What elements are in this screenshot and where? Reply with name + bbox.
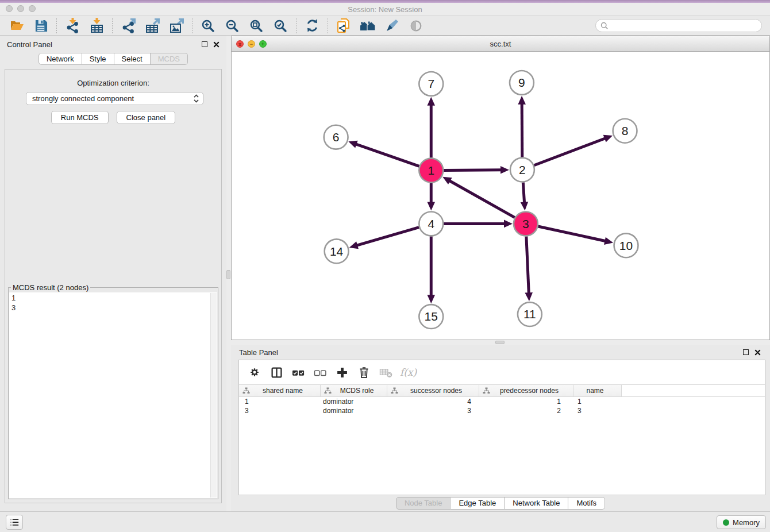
clone-network-icon[interactable] xyxy=(335,18,352,34)
list-icon xyxy=(9,518,20,527)
graph-edge-arrowhead xyxy=(518,96,526,105)
control-panel-float-icon[interactable] xyxy=(202,41,207,47)
vertical-split-divider[interactable] xyxy=(226,36,231,511)
search-box[interactable] xyxy=(595,19,762,32)
graph-node-label: 9 xyxy=(518,76,525,89)
delete-row-icon[interactable] xyxy=(355,364,372,381)
graph-edge-1-2[interactable] xyxy=(444,170,502,171)
cell-predecessor-nodes[interactable]: 1 xyxy=(479,398,573,406)
cell-successor-nodes[interactable]: 4 xyxy=(387,398,479,406)
export-network-icon[interactable] xyxy=(120,18,137,34)
graph-edge-arrowhead xyxy=(427,97,435,106)
refresh-view-icon[interactable] xyxy=(303,18,321,34)
task-history-button[interactable] xyxy=(6,515,23,530)
show-hide-icon[interactable] xyxy=(407,18,425,34)
network-view-window: x − + scc.txt 1234678910111415 xyxy=(231,36,770,340)
graph-edge-3-1[interactable] xyxy=(449,180,515,217)
memory-button[interactable]: Memory xyxy=(717,515,766,529)
cell-name[interactable]: 3 xyxy=(573,407,622,415)
table-panel-close-icon[interactable] xyxy=(754,349,761,356)
network-window-titlebar[interactable]: x − + scc.txt xyxy=(232,36,769,52)
cell-mcds-role[interactable]: dominator xyxy=(321,407,387,415)
column-header-shared-name[interactable]: shared name xyxy=(239,385,321,396)
graph-edge-1-6[interactable] xyxy=(356,144,419,167)
tab-motifs[interactable]: Motifs xyxy=(568,497,605,510)
graph-edge-2-9[interactable] xyxy=(522,103,522,157)
tab-edge-table[interactable]: Edge Table xyxy=(451,497,505,510)
graph-edge-arrowhead xyxy=(604,237,613,245)
graph-node-label: 2 xyxy=(519,163,526,176)
graph-node-label: 1 xyxy=(428,164,434,177)
zoom-fit-icon[interactable] xyxy=(248,18,265,34)
cell-mcds-role[interactable]: dominator xyxy=(321,398,387,406)
result-scrollbar[interactable] xyxy=(210,293,217,498)
criterion-value: strongly connected component xyxy=(32,94,134,103)
tab-style[interactable]: Style xyxy=(82,53,114,65)
cell-shared-name[interactable]: 3 xyxy=(239,407,321,415)
search-icon xyxy=(600,22,609,30)
horizontal-split-divider[interactable] xyxy=(231,340,770,345)
import-table-icon[interactable] xyxy=(88,18,105,34)
search-input[interactable] xyxy=(611,22,757,30)
tab-network[interactable]: Network xyxy=(38,53,82,65)
toolbar-separator xyxy=(192,18,192,33)
delete-table-icon xyxy=(377,364,394,381)
cell-predecessor-nodes[interactable]: 2 xyxy=(479,407,573,415)
graph-node-label: 10 xyxy=(619,239,633,252)
cell-shared-name[interactable]: 1 xyxy=(239,398,321,406)
optimization-criterion-label: Optimization criterion: xyxy=(5,79,221,87)
save-session-icon[interactable] xyxy=(32,18,49,34)
criterion-select[interactable]: strongly connected component xyxy=(26,92,203,105)
import-network-icon[interactable] xyxy=(64,18,81,34)
graph-edge-3-11[interactable] xyxy=(526,236,529,294)
tab-select[interactable]: Select xyxy=(114,53,151,65)
cell-name[interactable]: 1 xyxy=(573,398,622,406)
table-row: 1 dominator 4 1 1 xyxy=(239,397,765,406)
column-header-name[interactable]: name xyxy=(573,385,622,396)
graph-edge-3-10[interactable] xyxy=(538,226,606,241)
toolbar-separator xyxy=(328,18,328,33)
mcds-result-text[interactable]: 1 3 xyxy=(9,292,217,498)
graph-edge-2-3[interactable] xyxy=(523,183,524,203)
show-columns-icon[interactable] xyxy=(268,364,285,381)
network-canvas[interactable]: 1234678910111415 xyxy=(232,52,769,340)
column-header-predecessor-nodes[interactable]: predecessor nodes xyxy=(479,385,573,396)
graph-edge-2-8[interactable] xyxy=(534,138,606,165)
table-panel: Table Panel xyxy=(231,345,770,511)
open-session-icon[interactable] xyxy=(8,18,25,34)
graph-edge-arrowhead xyxy=(521,202,529,210)
tab-mcds[interactable]: MCDS xyxy=(151,53,188,65)
control-panel-close-icon[interactable] xyxy=(213,41,220,48)
zoom-selected-icon[interactable] xyxy=(272,18,289,34)
graph-node-label: 11 xyxy=(523,307,536,321)
table-panel-title: Table Panel xyxy=(239,348,278,357)
divider-grip[interactable] xyxy=(226,270,230,279)
run-mcds-button[interactable]: Run MCDS xyxy=(51,111,109,124)
tab-network-table[interactable]: Network Table xyxy=(505,497,568,510)
memory-label: Memory xyxy=(733,518,760,527)
table-panel-float-icon[interactable] xyxy=(743,349,749,355)
memory-status-icon xyxy=(723,519,729,526)
table-row: 3 dominator 3 2 3 xyxy=(239,406,765,415)
divider-grip[interactable] xyxy=(495,341,505,344)
column-header-mcds-role[interactable]: MCDS role xyxy=(321,385,387,396)
add-row-icon[interactable] xyxy=(333,364,351,381)
result-line: 3 xyxy=(11,303,215,313)
cell-successor-nodes[interactable]: 3 xyxy=(387,407,479,415)
clear-all-checks-icon[interactable] xyxy=(311,364,329,381)
result-line: 1 xyxy=(11,293,215,303)
tab-node-table[interactable]: Node Table xyxy=(396,497,451,510)
graph-node-label: 4 xyxy=(428,217,434,230)
style-brush-icon[interactable] xyxy=(383,18,401,34)
table-panel-tabs: Node Table Edge Table Network Table Moti… xyxy=(231,497,770,510)
settings-gear-icon[interactable] xyxy=(246,364,263,381)
home-icon[interactable] xyxy=(359,18,376,34)
graph-edge-4-14[interactable] xyxy=(356,228,419,246)
export-table-icon[interactable] xyxy=(144,18,161,34)
export-image-icon[interactable] xyxy=(168,18,185,34)
select-all-checks-icon[interactable] xyxy=(290,364,307,381)
close-panel-button[interactable]: Close panel xyxy=(117,111,176,124)
column-header-successor-nodes[interactable]: successor nodes xyxy=(387,385,479,396)
zoom-in-icon[interactable] xyxy=(199,18,217,34)
zoom-out-icon[interactable] xyxy=(224,18,241,34)
